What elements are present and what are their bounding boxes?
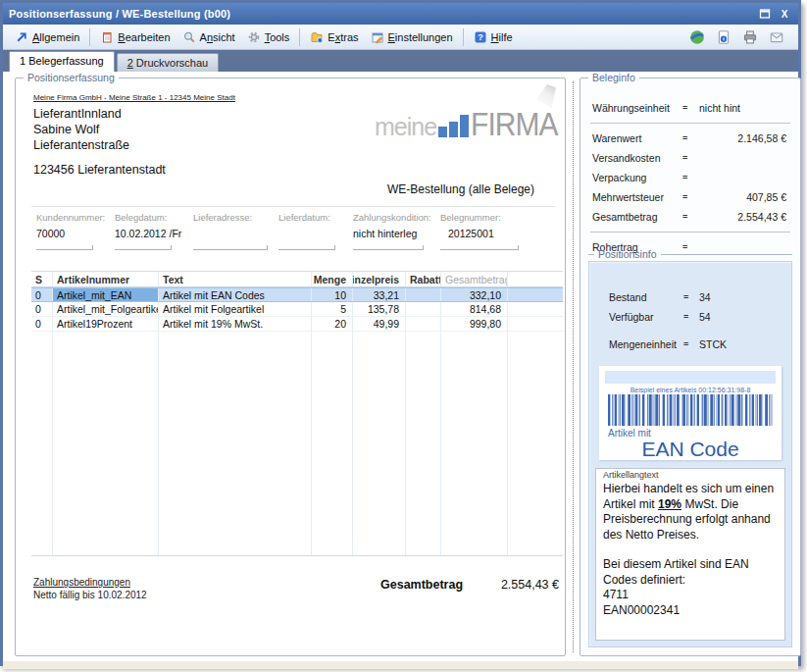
menu-label: Einstellungen <box>388 31 453 43</box>
recipient-city: 123456 Lieferantenstadt <box>33 163 166 177</box>
barcode-caption: Beispiel eines Artikels 00:12:56:31:98-8 <box>599 387 782 393</box>
menu-item-hilfe[interactable]: ? Hilfe <box>468 27 519 47</box>
tab-strip: 1 Belegerfassung 2 Druckvorschau <box>3 50 798 72</box>
info-row-gesamtbetrag: Gesamtbetrag = 2.554,43 € <box>580 207 800 227</box>
printer-icon[interactable] <box>742 29 758 45</box>
window-inner-margin <box>3 661 798 669</box>
restore-icon <box>758 7 772 21</box>
info-row-versandkosten: Versandkosten = <box>580 148 800 168</box>
groupbox-label: Beleginfo <box>588 72 639 83</box>
equals-glyph: = <box>682 192 699 202</box>
header-einzelpreis: Einzelpreis <box>353 272 406 286</box>
menu-separator <box>89 28 90 46</box>
kundennummer-value[interactable]: 70000 <box>36 228 115 241</box>
equals-glyph: = <box>683 339 699 349</box>
mail-icon[interactable] <box>769 29 784 45</box>
menu-item-allgemein[interactable]: Allgemein <box>9 27 85 47</box>
menu-label: Bearbeiten <box>118 31 170 43</box>
header-fields: Kundennummer: 70000 Belegdatum: 10.02.20… <box>36 212 557 250</box>
info-row-verpackung: Verpackung = <box>580 168 800 187</box>
question-mark-icon: ? <box>474 30 487 44</box>
info-row-mehrwertsteuer: Mehrwertsteuer = 407,85 € <box>580 187 800 207</box>
restore-button[interactable] <box>757 7 773 22</box>
info-row-waehrungseinheit: Währungseinheit = nicht hint <box>580 98 800 118</box>
lieferdatum-value[interactable] <box>278 228 353 241</box>
lieferadresse-value[interactable] <box>193 228 278 241</box>
artikellangtext-text: Hierbei handelt es sich um einen Artikel… <box>596 469 784 622</box>
close-button[interactable]: X <box>777 7 792 22</box>
menu-separator <box>463 28 464 46</box>
equals-glyph: = <box>682 173 699 182</box>
header-gesamtbetrag: Gesamtbetrag <box>441 272 508 286</box>
title-bar: Positionserfassung / WE-Bestellung (b00)… <box>3 3 798 25</box>
barcode-line-2: EAN Code <box>599 439 782 460</box>
equals-glyph: = <box>682 212 699 222</box>
header-artikelnummer: Artikelnummer <box>53 272 159 286</box>
table-row[interactable]: 0 Artikel_mit_Folgeartikel Artikel mit F… <box>31 302 563 317</box>
folder-icon <box>310 30 324 44</box>
belegdatum-value[interactable]: 10.02.2012 /Fr <box>115 228 193 241</box>
menu-label: Hilfe <box>491 31 513 43</box>
positions-table: S Artikelnummer Text Menge Einzelpreis R… <box>31 271 563 556</box>
ean-code-1: 4711 <box>603 588 778 603</box>
total-value: 2.554,43 € <box>501 578 559 592</box>
field-lieferadresse: Lieferadresse: <box>193 212 278 250</box>
header-text: Text <box>159 272 312 286</box>
recipient-street: Lieferantenstraße <box>33 137 129 153</box>
edit-document-icon <box>100 30 114 44</box>
info-row-warenwert: Warenwert = 2.146,58 € <box>580 129 800 148</box>
zahlungskondition-value[interactable]: nicht hinterleg <box>353 228 440 241</box>
equals-glyph: = <box>682 103 699 113</box>
logo-bars-icon <box>438 115 469 137</box>
equals-glyph: = <box>683 312 699 322</box>
tab-belegerfassung[interactable]: 1 Belegerfassung <box>9 51 115 72</box>
menu-label: Tools <box>265 31 290 43</box>
artikellangtext-label: Artikellangtext <box>601 470 661 480</box>
selected-cell[interactable]: Artikel_mit_EAN <box>53 288 159 301</box>
menu-label: Extras <box>328 31 358 43</box>
main-content: Positionserfassung Meine Firma GmbH - Me… <box>3 72 798 669</box>
belegnummer-value[interactable]: 20125001 <box>440 228 557 241</box>
equals-glyph: = <box>682 133 699 143</box>
beleginfo-groupbox: Beleginfo Währungseinheit = nicht hint W… <box>580 78 801 656</box>
field-kundennummer: Kundennummer: 70000 <box>36 212 115 250</box>
table-row[interactable]: 0 Artikel19Prozent Artikel mit 19% MwSt.… <box>31 317 563 332</box>
zahlungsbedingungen-link[interactable]: Zahlungsbedingungen <box>33 577 130 588</box>
document-info-icon[interactable] <box>716 29 731 45</box>
field-zahlungskondition: Zahlungskondition: nicht hinterleg <box>353 212 440 250</box>
arrow-up-right-icon <box>15 30 28 44</box>
total-label: Gesamtbetrag <box>380 578 463 592</box>
table-empty-area <box>31 332 563 556</box>
document-type: WE-Bestellung (alle Belege) <box>377 182 545 196</box>
globe-icon[interactable] <box>689 29 705 45</box>
tab-druckvorschau[interactable]: 2 Druckvorschau <box>117 53 220 72</box>
tab-label: 1 Belegerfassung <box>20 55 104 67</box>
menu-bar: Allgemein Bearbeiten Ansicht <box>3 25 798 50</box>
company-logo: meine FIRMA <box>375 112 557 138</box>
menu-item-extras[interactable]: Extras <box>304 27 364 47</box>
info-row-bestand: Bestand = 34 <box>589 287 791 307</box>
info-row-mengeneinheit: Mengeneinheit = STCK <box>589 335 791 354</box>
divider <box>31 206 555 207</box>
equals-glyph: = <box>683 292 699 302</box>
header-spacer <box>508 272 563 286</box>
menu-item-tools[interactable]: Tools <box>241 27 296 47</box>
menu-item-einstellungen[interactable]: Einstellungen <box>365 27 459 47</box>
table-header-row: S Artikelnummer Text Menge Einzelpreis R… <box>31 271 563 287</box>
positionsinfo-group: Positionsinfo Bestand = 34 Verfügbar = 5… <box>588 247 792 647</box>
svg-text:?: ? <box>478 32 483 42</box>
page-curl-icon <box>536 84 556 108</box>
groupbox-label: Positionserfassung <box>24 72 119 83</box>
table-row[interactable]: 0 Artikel_mit_EAN Artikel mit EAN Codes … <box>31 287 563 302</box>
field-belegnummer: Belegnummer: 20125001 <box>440 212 557 250</box>
sender-line: Meine Firma GmbH - Meine Straße 1 - 1234… <box>33 93 235 102</box>
header-rabatt: Rabatt. <box>406 272 441 286</box>
artikellangtext-box: Artikellangtext Hierbei handelt es sich … <box>595 468 785 641</box>
tab-label: 2 Druckvorschau <box>127 57 209 69</box>
field-lieferdatum: Lieferdatum: <box>278 212 353 250</box>
menu-item-bearbeiten[interactable]: Bearbeiten <box>94 27 176 47</box>
menu-item-ansicht[interactable]: Ansicht <box>177 27 241 47</box>
header-s: S <box>31 272 53 286</box>
gear-icon <box>247 30 261 44</box>
info-row-verfuegbar: Verfügbar = 54 <box>589 307 791 327</box>
